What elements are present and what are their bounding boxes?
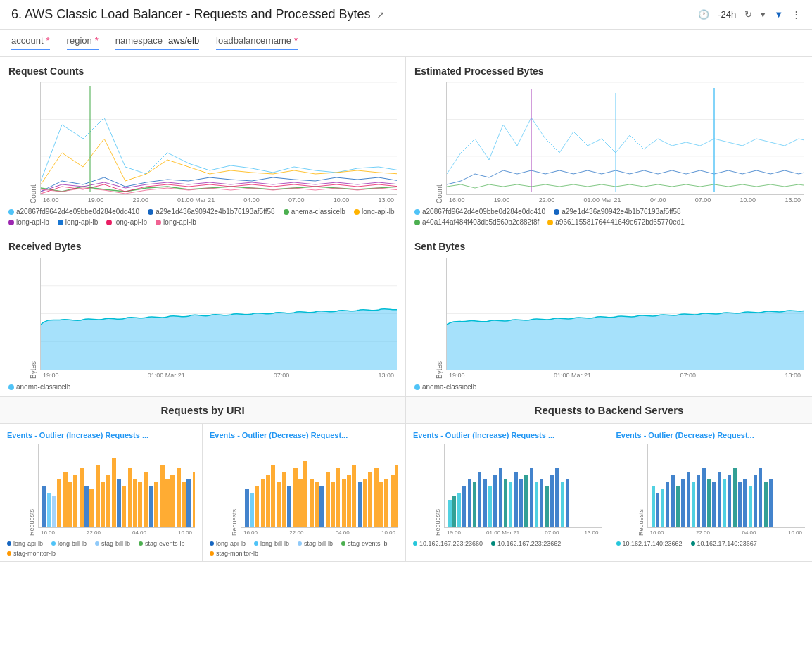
svg-rect-58	[310, 479, 314, 527]
svg-rect-63	[336, 468, 340, 527]
svg-rect-76	[448, 500, 452, 527]
svg-rect-22	[73, 475, 77, 527]
svg-rect-112	[712, 482, 716, 527]
svg-rect-43	[186, 479, 191, 527]
svg-rect-32	[128, 468, 132, 527]
svg-rect-84	[488, 486, 492, 527]
legend-backend-decrease: 10.162.17.140:23662 10.162.17.140:23667	[616, 540, 806, 547]
svg-rect-64	[342, 479, 346, 527]
clock-icon: 🕐	[698, 9, 709, 20]
chart-estimated-bytes-inner: 150k100k50k0	[446, 82, 804, 203]
x-ticks-sent: 19:0001:00 Mar 2107:0013:00	[446, 372, 804, 379]
svg-rect-62	[331, 482, 335, 527]
legend-item: 10.162.17.140:23667	[691, 540, 757, 547]
chart-received-inner: 2M1.5M1M500k0 19:0001:00 Mar 2107:0013:0…	[40, 258, 397, 379]
filter-region[interactable]: region *	[67, 35, 99, 50]
svg-rect-18	[52, 496, 56, 527]
sub-panel-uri-increase-title: Events - Outlier (Increase) Requests ...	[7, 431, 195, 439]
chevron-down-icon[interactable]: ▾	[761, 9, 766, 20]
svg-rect-89	[514, 472, 518, 527]
y-label-request-counts: Count	[30, 82, 37, 203]
legend-item: long-api-lb	[106, 218, 147, 226]
svg-rect-68	[363, 479, 367, 527]
legend-item: stag-events-lb	[139, 540, 185, 547]
svg-rect-51	[271, 465, 275, 527]
x-ticks-uri-decrease: 16:0022:0004:0010:00	[241, 529, 398, 536]
svg-rect-59	[315, 482, 319, 527]
more-icon[interactable]: ⋮	[792, 9, 801, 20]
svg-rect-81	[473, 482, 476, 527]
panel-estimated-bytes-title: Estimated Processed Bytes	[414, 65, 804, 77]
sub-panel-uri-decrease: Events - Outlier (Decrease) Request... R…	[203, 424, 405, 561]
legend-item: 10.162.17.140:23662	[616, 540, 683, 547]
chart-received-wrapper: Bytes 2M1.5M1M500k0	[8, 258, 397, 379]
legend-item: a20867fd9642d4e09bbe0d284e0dd410	[414, 208, 545, 215]
filter-loadbalancer-label: loadbalancername	[216, 35, 291, 46]
svg-rect-30	[117, 479, 121, 527]
panel-sent-bytes: Sent Bytes Bytes 1G500M0	[406, 232, 812, 397]
y-label-backend-decrease: Requests	[637, 444, 645, 536]
legend-request-counts: a20867fd9642d4e09bbe0d284e0dd410 a29e1d4…	[8, 208, 397, 226]
chart-uri-increase-wrapper: Requests 200150100500	[7, 444, 195, 536]
filter-loadbalancer[interactable]: loadbalancername *	[216, 35, 298, 50]
svg-rect-110	[702, 468, 706, 527]
refresh-icon[interactable]: ↻	[744, 9, 752, 20]
filter-icon[interactable]: ▼	[774, 9, 783, 20]
svg-rect-19	[57, 479, 61, 527]
filter-region-label: region	[67, 35, 92, 46]
svg-rect-57	[303, 461, 307, 527]
filter-namespace-value: aws/elb	[168, 35, 199, 46]
y-label-backend-increase: Requests	[434, 444, 441, 536]
sub-panel-backend-increase-title: Events - Outlier (Increase) Requests ...	[413, 431, 602, 439]
svg-rect-101	[656, 493, 659, 527]
legend-item: long-bill-lb	[254, 540, 289, 547]
legend-item: long-api-lb	[156, 218, 196, 226]
svg-rect-52	[277, 482, 281, 527]
legend-item: long-api-lb	[210, 540, 246, 547]
svg-rect-50	[266, 475, 270, 527]
filter-account-label: account	[11, 35, 44, 46]
filter-account[interactable]: account *	[11, 35, 50, 50]
svg-rect-25	[89, 489, 94, 527]
x-ticks-uri-increase: 16:0022:0004:0010:00	[38, 529, 195, 536]
legend-backend-increase: 10.162.167.223:23660 10.162.167.223:2366…	[413, 540, 602, 547]
svg-rect-73	[391, 475, 395, 527]
x-ticks-request-counts: 16:0019:0022:0001:00 Mar 2104:0007:0010:…	[40, 196, 397, 203]
svg-rect-79	[462, 486, 466, 527]
chart-backend-increase-inner: 100500	[444, 444, 602, 536]
legend-estimated-bytes: a20867fd9642d4e09bbe0d284e0dd410 a29e1d4…	[414, 208, 804, 226]
svg-rect-103	[666, 482, 669, 527]
svg-rect-27	[101, 482, 105, 527]
svg-rect-40	[170, 475, 175, 527]
legend-item: stag-bill-lb	[95, 540, 130, 547]
svg-rect-92	[530, 468, 533, 527]
svg-rect-24	[84, 486, 89, 527]
svg-rect-94	[540, 479, 543, 527]
legend-item: stag-bill-lb	[298, 540, 333, 547]
svg-rect-90	[519, 479, 523, 527]
x-ticks-backend-increase: 19:0001:00 Mar 2107:0013:00	[444, 529, 602, 536]
svg-rect-108	[692, 482, 695, 527]
filter-namespace[interactable]: namespace aws/elb	[115, 35, 199, 50]
y-label-received: Bytes	[30, 258, 37, 379]
chart-sent-wrapper: Bytes 1G500M0 19:0001:00 Mar 2107:0	[414, 258, 804, 379]
svg-rect-100	[652, 486, 655, 527]
svg-rect-120	[754, 475, 757, 527]
share-icon[interactable]: ↗	[376, 9, 385, 20]
section-header-requests-backend: Requests to Backend Servers	[406, 397, 812, 424]
legend-item: stag-monitor-lb	[210, 550, 258, 557]
legend-item: a40a144af484f403db5d560b2c882f8f	[414, 218, 539, 226]
legend-item: long-bill-lb	[51, 540, 87, 547]
legend-sent-bytes: anema-classicelb	[414, 383, 804, 391]
svg-rect-91	[524, 475, 528, 527]
svg-rect-56	[298, 479, 303, 527]
svg-rect-118	[743, 479, 747, 527]
page-header: 6. AWS Classic Load Balancer - Requests …	[0, 0, 812, 30]
svg-rect-26	[96, 465, 100, 527]
time-range[interactable]: -24h	[718, 9, 736, 20]
y-label-uri-increase: Requests	[28, 444, 35, 536]
legend-item: a29e1d436a90942e4b1b76193af5ff58	[554, 208, 680, 215]
legend-item: anema-classicelb	[284, 208, 345, 215]
x-ticks-backend-decrease: 16:0022:0004:0010:00	[647, 529, 806, 536]
svg-rect-95	[545, 486, 549, 527]
